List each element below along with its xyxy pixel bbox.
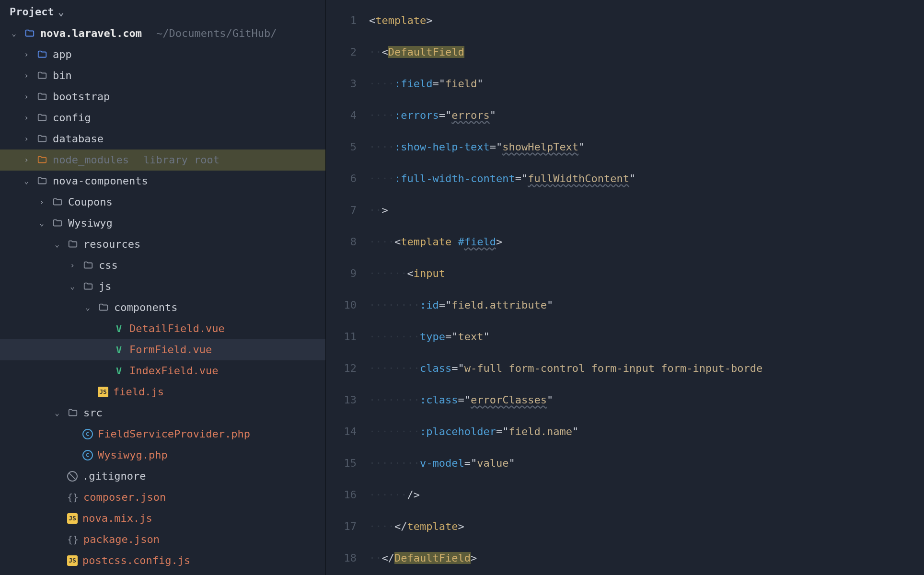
chevron-down-icon[interactable]: ⌄ bbox=[82, 297, 93, 318]
tree-item-coupons[interactable]: › Coupons bbox=[0, 192, 325, 213]
tree-item-label: nova-components bbox=[53, 171, 148, 192]
tree-root-label: nova.laravel.com bbox=[40, 23, 142, 44]
chevron-right-icon[interactable]: › bbox=[21, 150, 32, 171]
code-line[interactable]: ····:show-help-text="showHelpText" bbox=[369, 131, 924, 163]
code-line[interactable]: ····<template #field> bbox=[369, 226, 924, 258]
code-line[interactable]: ··<DefaultField bbox=[369, 36, 924, 68]
tree-item-detailfield[interactable]: V DetailField.vue bbox=[0, 318, 325, 339]
code-line[interactable]: ····:full-width-content="fullWidthConten… bbox=[369, 163, 924, 195]
line-number-gutter: 123456789101112131415161718 bbox=[326, 0, 369, 575]
chevron-right-icon[interactable]: › bbox=[21, 65, 32, 86]
tree-item-label: nova.mix.js bbox=[82, 508, 152, 529]
chevron-down-icon: ⌄ bbox=[58, 6, 64, 18]
tree-item-label: database bbox=[53, 128, 104, 150]
project-tool-header[interactable]: Project ⌄ bbox=[0, 0, 325, 23]
line-number: 16 bbox=[326, 479, 357, 511]
tree-item-node-modules[interactable]: › node_modules library root bbox=[0, 150, 325, 171]
chevron-down-icon[interactable]: ⌄ bbox=[52, 234, 62, 255]
tree-item-label: Wysiwyg.php bbox=[98, 445, 168, 466]
code-line[interactable]: ········:class="errorClasses" bbox=[369, 384, 924, 416]
code-line[interactable]: ····:errors="errors" bbox=[369, 100, 924, 131]
tree-item-fieldjs[interactable]: JS field.js bbox=[0, 381, 325, 402]
tree-item-label: Wysiwyg bbox=[68, 213, 113, 234]
chevron-right-icon[interactable]: › bbox=[67, 255, 78, 276]
code-line[interactable]: ········class="w-full form-control form-… bbox=[369, 353, 924, 384]
chevron-right-icon[interactable]: › bbox=[21, 44, 32, 65]
chevron-right-icon[interactable]: › bbox=[21, 107, 32, 128]
code-line[interactable]: ····:field="field" bbox=[369, 68, 924, 100]
tree-item-label: js bbox=[99, 276, 112, 297]
project-sidebar: Project ⌄ ⌄ nova.laravel.com ~/Documents… bbox=[0, 0, 326, 575]
js-file-icon: JS bbox=[67, 513, 78, 524]
folder-icon bbox=[52, 196, 63, 208]
tree-root-row[interactable]: ⌄ nova.laravel.com ~/Documents/GitHub/ bbox=[0, 23, 325, 44]
js-file-icon: JS bbox=[98, 387, 108, 397]
tree-item-resources[interactable]: ⌄ resources bbox=[0, 234, 325, 255]
vue-file-icon: V bbox=[113, 323, 125, 334]
code-line[interactable]: ········type="text" bbox=[369, 321, 924, 353]
tree-item-label: config bbox=[53, 107, 91, 128]
tree-item-indexfield[interactable]: V IndexField.vue bbox=[0, 360, 325, 381]
chevron-right-icon[interactable]: › bbox=[36, 192, 47, 213]
tree-item-database[interactable]: › database bbox=[0, 128, 325, 150]
tree-item-formfield[interactable]: V FormField.vue bbox=[0, 339, 325, 360]
tree-item-bin[interactable]: › bin bbox=[0, 65, 325, 86]
code-editor[interactable]: 123456789101112131415161718 <template> ·… bbox=[326, 0, 924, 575]
tree-item-config[interactable]: › config bbox=[0, 107, 325, 128]
tree-item-label: postcss.config.js bbox=[82, 550, 190, 571]
tree-item-label: DetailField.vue bbox=[129, 318, 225, 339]
tree-item-label: IndexField.vue bbox=[129, 360, 218, 381]
chevron-down-icon[interactable]: ⌄ bbox=[67, 276, 78, 297]
tree-item-wysiwyg[interactable]: ⌄ Wysiwyg bbox=[0, 213, 325, 234]
chevron-down-icon[interactable]: ⌄ bbox=[52, 402, 62, 424]
line-number: 6 bbox=[326, 163, 357, 195]
php-class-icon: C bbox=[82, 429, 93, 439]
project-title: Project bbox=[10, 6, 54, 18]
code-line[interactable]: ········v-model="value" bbox=[369, 448, 924, 479]
tree-item-label: app bbox=[53, 44, 72, 65]
file-tree[interactable]: ⌄ nova.laravel.com ~/Documents/GitHub/ ›… bbox=[0, 23, 325, 575]
code-line[interactable]: ········:id="field.attribute" bbox=[369, 289, 924, 321]
tree-item-label: FormField.vue bbox=[129, 339, 212, 360]
line-number: 8 bbox=[326, 226, 357, 258]
folder-icon bbox=[24, 28, 35, 39]
tree-item-app[interactable]: › app bbox=[0, 44, 325, 65]
tree-item-label: bin bbox=[53, 65, 72, 86]
tree-item-gitignore[interactable]: .gitignore bbox=[0, 466, 325, 487]
tree-item-label: FieldServiceProvider.php bbox=[98, 424, 250, 445]
tree-item-nova-components[interactable]: ⌄ nova-components bbox=[0, 171, 325, 192]
code-area[interactable]: <template> ··<DefaultField ····:field="f… bbox=[369, 0, 924, 575]
code-line[interactable]: ······/> bbox=[369, 479, 924, 511]
line-number: 17 bbox=[326, 511, 357, 542]
line-number: 11 bbox=[326, 321, 357, 353]
chevron-right-icon[interactable]: › bbox=[21, 128, 32, 150]
tree-item-fieldserviceprovider[interactable]: C FieldServiceProvider.php bbox=[0, 424, 325, 445]
tree-item-hint: library root bbox=[143, 150, 219, 171]
chevron-down-icon[interactable]: ⌄ bbox=[21, 171, 32, 192]
folder-icon bbox=[82, 260, 94, 271]
tree-item-js[interactable]: ⌄ js bbox=[0, 276, 325, 297]
json-file-icon: {} bbox=[67, 534, 79, 545]
code-line[interactable]: ······<input bbox=[369, 258, 924, 289]
tree-item-src[interactable]: ⌄ src bbox=[0, 402, 325, 424]
code-line[interactable]: ········:placeholder="field.name" bbox=[369, 416, 924, 448]
tree-item-postcss[interactable]: JS postcss.config.js bbox=[0, 550, 325, 571]
tree-item-composerjson[interactable]: {} composer.json bbox=[0, 487, 325, 508]
chevron-down-icon[interactable]: ⌄ bbox=[36, 213, 47, 234]
tree-item-label: src bbox=[83, 402, 103, 424]
code-line[interactable]: ··> bbox=[369, 195, 924, 226]
chevron-right-icon[interactable]: › bbox=[21, 86, 32, 107]
tree-item-components[interactable]: ⌄ components bbox=[0, 297, 325, 318]
tree-item-css[interactable]: › css bbox=[0, 255, 325, 276]
tree-item-packagejson[interactable]: {} package.json bbox=[0, 529, 325, 550]
code-line[interactable]: ··</DefaultField> bbox=[369, 542, 924, 574]
code-line[interactable]: <template> bbox=[369, 5, 924, 36]
tree-item-wysiwyg-php[interactable]: C Wysiwyg.php bbox=[0, 445, 325, 466]
tree-item-novamix[interactable]: JS nova.mix.js bbox=[0, 508, 325, 529]
folder-icon bbox=[67, 239, 79, 250]
tree-item-bootstrap[interactable]: › bootstrap bbox=[0, 86, 325, 107]
php-class-icon: C bbox=[82, 450, 93, 460]
code-line[interactable]: ····</template> bbox=[369, 511, 924, 542]
chevron-down-icon[interactable]: ⌄ bbox=[9, 23, 19, 44]
folder-icon bbox=[36, 49, 48, 60]
